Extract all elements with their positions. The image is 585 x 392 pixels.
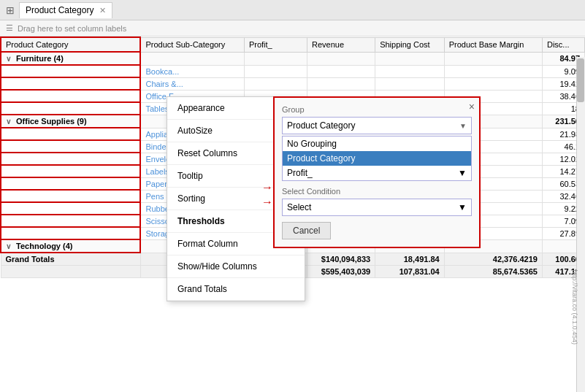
col-header-sub-category: Product Sub-Category — [140, 37, 244, 52]
header-bar: ⊞ Product Category ✕ — [0, 0, 585, 20]
grand-totals-label: Grand Totals — [1, 253, 140, 266]
category-label: Furniture (4) — [16, 54, 64, 63]
dropdown-panel: × Group Product Category ▼ No Grouping P… — [273, 96, 481, 248]
group-select-box[interactable]: Product Category ▼ — [282, 117, 472, 134]
category-label: Technology (4) — [16, 242, 72, 250]
condition-value: Select — [287, 202, 311, 212]
close-button[interactable]: × — [469, 101, 475, 112]
category-label: Office Supplies (9) — [16, 117, 87, 126]
category-cell: ∨ Technology (4) — [1, 239, 140, 253]
chevron-down-icon: ∨ — [6, 55, 11, 63]
chevron-down-icon: ∨ — [6, 118, 11, 126]
table-container: Product Category Product Sub-Category Pr… — [0, 36, 585, 392]
panel-item-show-hide[interactable]: Show/Hide Columns — [167, 255, 305, 278]
col-header-profit: Profit_ — [244, 37, 307, 52]
option-no-grouping[interactable]: No Grouping — [283, 137, 471, 151]
tab-close-icon[interactable]: ✕ — [99, 6, 106, 15]
category-cell: ∨ Furniture (4) — [1, 52, 140, 65]
drag-hint: Drag here to set column labels — [18, 24, 126, 33]
main-area: Product Category Product Sub-Category Pr… — [0, 36, 585, 392]
col-header-pbm: Product Base Margin — [444, 37, 542, 52]
option-profit[interactable]: Profit_ ▼ — [283, 166, 471, 180]
select-condition-box[interactable]: Select ▼ — [282, 199, 472, 216]
drag-bar: ☰ Drag here to set column labels — [0, 20, 585, 36]
col-header-discount: Disc... — [542, 37, 584, 52]
option-product-category[interactable]: Product Category — [283, 151, 471, 166]
column-icon: ☰ — [6, 23, 13, 33]
cancel-button[interactable]: Cancel — [282, 222, 331, 239]
group-selected-value: Product Category — [287, 120, 355, 131]
scroll-thumb[interactable] — [577, 58, 584, 102]
table-row: Bookca... 9.09 — [1, 65, 585, 77]
group-label: Group — [282, 105, 472, 114]
product-category-tab[interactable]: Product Category ✕ — [19, 2, 112, 18]
category-cell: ∨ Office Supplies (9) — [1, 115, 140, 128]
profit-caret-icon: ▼ — [458, 168, 467, 178]
dropdown-caret-icon: ▼ — [459, 122, 467, 130]
arrow-indicator-1: → — [261, 181, 273, 194]
table-row: Chairs &... 19.42 — [1, 77, 585, 90]
group-dropdown-list: No Grouping Product Category Profit_ ▼ — [282, 136, 472, 181]
condition-label: Select Condition — [282, 187, 472, 196]
col-header-shipping: Shipping Cost — [375, 37, 445, 52]
panel-item-grand-totals[interactable]: Grand Totals — [167, 278, 305, 301]
arrow-indicator-2: → — [261, 196, 273, 209]
col-header-revenue: Revenue — [307, 37, 375, 52]
chevron-down-icon: ∨ — [6, 242, 11, 250]
tab-label: Product Category — [26, 5, 93, 15]
grid-icon: ⊞ — [6, 4, 15, 16]
col-header-product-category: Product Category — [1, 37, 140, 52]
condition-caret-icon: ▼ — [458, 202, 467, 212]
watermark: http://vitara.co (4.1.0.454) — [571, 269, 578, 345]
table-row: ∨ Furniture (4) 84.97 — [1, 52, 585, 65]
